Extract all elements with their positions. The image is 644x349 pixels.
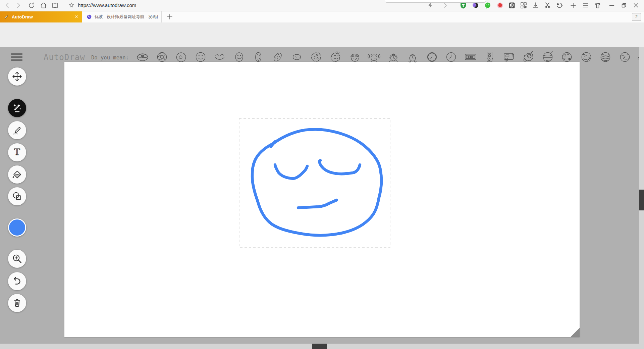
address-url[interactable]: https://www.autodraw.com xyxy=(78,2,136,8)
restore-window-button[interactable] xyxy=(620,1,628,9)
select-tool-button[interactable] xyxy=(8,67,26,86)
smiling-eyes-icon[interactable] xyxy=(212,49,227,65)
right-eye-stroke[interactable] xyxy=(319,160,360,174)
donut-bitten-icon[interactable] xyxy=(173,49,189,65)
zoom-tool-button[interactable] xyxy=(8,250,26,268)
color-picker-button[interactable] xyxy=(8,218,26,237)
reading-list-button[interactable] xyxy=(51,1,59,9)
moon-icon[interactable] xyxy=(559,49,575,65)
tab-strip: AutoDraw 优波 - 设计师必备网址导航 - 发现优秀 2 xyxy=(0,11,644,22)
shape-tool-button[interactable] xyxy=(8,187,26,205)
screenshot-scissors-button[interactable] xyxy=(543,1,551,9)
potato-icon[interactable] xyxy=(251,49,266,65)
donut-sprinkles-icon[interactable] xyxy=(154,49,170,65)
tab-autodraw[interactable]: AutoDraw xyxy=(0,11,82,22)
delete-button[interactable] xyxy=(8,294,26,312)
refresh-button[interactable] xyxy=(28,1,36,9)
autodraw-tool-button[interactable] xyxy=(8,99,26,117)
potato-wide-icon[interactable] xyxy=(289,49,305,65)
back-button[interactable] xyxy=(3,1,11,9)
camera-box-icon[interactable] xyxy=(501,49,517,65)
qr-code-extension-icon[interactable] xyxy=(520,1,528,9)
blue-face-drawing[interactable] xyxy=(252,129,381,235)
draw-tool-button[interactable] xyxy=(8,121,26,139)
new-tab-button[interactable] xyxy=(166,13,174,21)
smiley-face-icon[interactable] xyxy=(193,49,208,65)
alarm-clock-dome-icon[interactable] xyxy=(386,49,401,65)
digital-clock-icon[interactable] xyxy=(463,49,478,65)
autodraw-favicon-pencil-icon xyxy=(4,14,9,19)
tab-title: 优波 - 设计师必备网址导航 - 发现优秀 xyxy=(95,14,158,20)
alarm-clock-icon[interactable] xyxy=(405,49,420,65)
alarm-clock-ringing-icon[interactable] xyxy=(366,49,382,65)
type-tool-button[interactable]: T xyxy=(8,143,26,161)
intercom-icon[interactable] xyxy=(482,49,497,65)
left-eye-stroke[interactable] xyxy=(275,165,307,179)
chat-extension-icon[interactable] xyxy=(484,1,492,9)
suggestion-row xyxy=(135,49,639,65)
blob-with-hat-icon[interactable] xyxy=(347,49,363,65)
drawing-canvas[interactable] xyxy=(64,62,580,337)
popup-remnant xyxy=(385,0,486,3)
potato-tilted-icon[interactable] xyxy=(270,49,285,65)
planet-band-icon[interactable] xyxy=(540,49,555,65)
donut-frosted-icon[interactable] xyxy=(135,49,150,65)
undo-closed-tab-button[interactable] xyxy=(555,1,563,9)
smiley-oval-icon[interactable] xyxy=(231,49,247,65)
selection-box[interactable] xyxy=(239,118,390,247)
face-tick-stroke[interactable] xyxy=(271,142,275,147)
menu-button[interactable] xyxy=(582,1,590,9)
tab-close-icon[interactable] xyxy=(74,14,79,19)
ubo-favicon-icon xyxy=(87,14,92,19)
saturn-icon[interactable] xyxy=(636,49,639,65)
download-button[interactable] xyxy=(532,1,540,9)
splat-scribble-icon[interactable] xyxy=(328,49,343,65)
red-extension-icon[interactable] xyxy=(496,1,504,9)
forward-button[interactable] xyxy=(14,1,22,9)
toolbar-separator xyxy=(454,3,454,8)
mouth-stroke[interactable] xyxy=(298,200,337,208)
add-button[interactable] xyxy=(569,1,577,9)
tab-title: AutoDraw xyxy=(12,14,33,19)
undo-button[interactable] xyxy=(8,272,26,290)
menu-hamburger-icon[interactable] xyxy=(11,53,22,61)
suggestion-label: Do you mean: xyxy=(91,55,129,61)
splat-spots-icon[interactable] xyxy=(309,49,324,65)
creature-disc-icon[interactable] xyxy=(521,49,536,65)
tab-ubo[interactable]: 优波 - 设计师必备网址导航 - 发现优秀 xyxy=(82,11,162,22)
planet-stripes-icon[interactable] xyxy=(598,49,613,65)
tab-counter[interactable]: 2 xyxy=(632,13,641,21)
planet-s-icon[interactable] xyxy=(617,49,633,65)
canvas-resize-handle[interactable] xyxy=(570,328,580,337)
shield-extension-icon[interactable] xyxy=(508,1,516,9)
fill-tool-button[interactable] xyxy=(8,165,26,184)
close-window-button[interactable] xyxy=(632,1,640,9)
vertical-scrollbar-track[interactable] xyxy=(639,22,644,344)
vertical-scrollbar-thumb[interactable] xyxy=(639,190,644,210)
svg-text:T: T xyxy=(14,147,20,157)
canvas-svg xyxy=(64,62,580,337)
clock-2-icon[interactable] xyxy=(443,49,459,65)
clock-icon[interactable] xyxy=(424,49,440,65)
page-title: AutoDraw xyxy=(44,53,85,62)
horizontal-scrollbar-thumb[interactable] xyxy=(312,344,327,349)
browser-nav-bar: https://www.autodraw.com xyxy=(0,0,644,11)
autodraw-header: AutoDraw Do you mean: xyxy=(0,22,644,47)
home-button[interactable] xyxy=(40,1,48,9)
minimize-button[interactable] xyxy=(608,1,616,9)
bookmark-star-icon[interactable] xyxy=(67,1,75,9)
planet-swirl-icon[interactable] xyxy=(579,49,594,65)
theme-shirt-button[interactable] xyxy=(594,1,602,9)
